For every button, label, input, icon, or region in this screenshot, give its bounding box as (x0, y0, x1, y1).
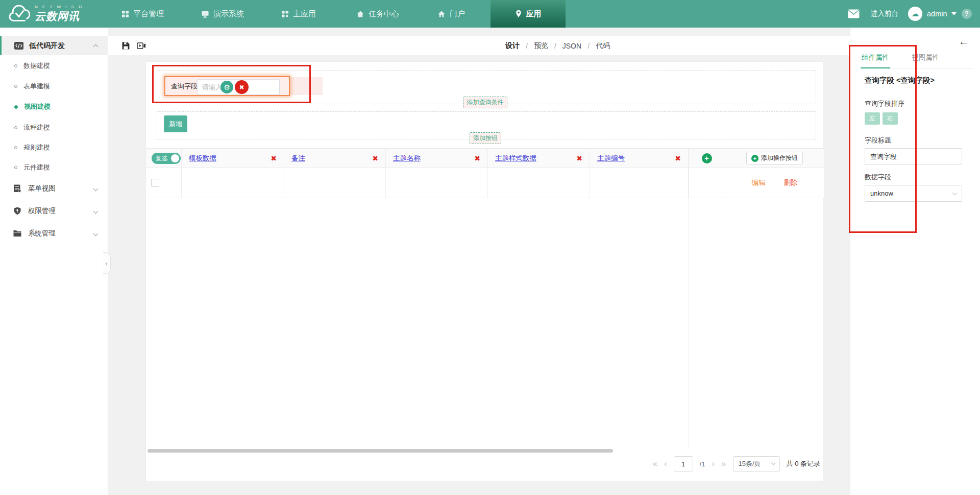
tab-code[interactable]: 代码 (596, 41, 610, 51)
edit-row-button[interactable]: 编辑 (752, 178, 766, 187)
avatar-cloud-icon: ☁ (912, 9, 919, 18)
tab-json[interactable]: JSON (562, 42, 581, 50)
username[interactable]: admin (927, 10, 947, 18)
nav-label: 任务中心 (369, 9, 399, 19)
chevron-down-icon (952, 191, 958, 196)
delete-column-icon[interactable]: ✖ (675, 154, 681, 162)
tab-component-properties[interactable]: 组件属性 (861, 51, 890, 68)
widget-delete-button[interactable]: ✖ (235, 80, 249, 94)
save-icon[interactable] (121, 41, 130, 50)
nav-item-application[interactable]: 应用 (491, 0, 566, 28)
chevron-down-icon (93, 208, 99, 214)
sort-label: 查询字段排序 (865, 99, 904, 108)
chevron-up-icon (93, 44, 99, 50)
sidebar-section-system-mgmt[interactable]: 系统管理 (0, 223, 108, 244)
widget-settings-button[interactable]: ⚙ (220, 81, 233, 93)
delete-column-icon[interactable]: ✖ (576, 154, 582, 162)
nav-item-task-center[interactable]: 任务中心 (356, 0, 399, 28)
home-icon (356, 10, 364, 18)
row-checkbox[interactable] (151, 179, 159, 187)
column-link[interactable]: 备注 (291, 154, 305, 163)
cloud-logo-icon (7, 3, 31, 25)
multi-select-toggle[interactable]: 复选 (152, 153, 181, 164)
mail-icon[interactable] (848, 9, 860, 18)
sidebar-collapse-handle[interactable]: ‹ (103, 252, 111, 274)
nav-item-platform-mgmt[interactable]: 平台管理 (121, 0, 164, 28)
design-canvas-area: 设计 / 预览 / JSON / 代码 查询字段 ⚙ ✖ 添加查询条件 新增 添… (108, 28, 850, 495)
field-title-input[interactable] (865, 148, 962, 165)
tab-design[interactable]: 设计 (505, 41, 520, 51)
enter-frontend-link[interactable]: 进入前台 (871, 0, 898, 28)
last-page-button[interactable]: » (721, 456, 726, 472)
page-size-select[interactable]: 15条/页 (733, 456, 780, 472)
video-preview-icon[interactable] (137, 41, 146, 50)
fixed-column-divider (689, 148, 689, 449)
nav-item-demo-system[interactable]: 演示系统 (201, 0, 244, 28)
nav-item-portal[interactable]: 门户 (437, 0, 465, 28)
column-link[interactable]: 主题样式数据 (495, 154, 536, 163)
nav-item-main-app[interactable]: 主应用 (281, 0, 316, 28)
properties-panel: ← 组件属性 视图属性 查询字段 <查询字段> 查询字段排序 左 右 字段标题 … (850, 28, 980, 495)
help-icon[interactable]: ? (962, 9, 972, 19)
header-cell-actions: + 添加操作按钮 (725, 149, 824, 168)
page-number-input[interactable] (674, 456, 693, 472)
home-icon (437, 10, 446, 18)
total-pages-label: /1 (700, 460, 705, 468)
sidebar-group-lowcode[interactable]: 低代码开发 (0, 36, 108, 55)
designer-toolbar: 设计 / 预览 / JSON / 代码 (108, 36, 850, 55)
add-button-button[interactable]: 添加按钮 (470, 132, 501, 144)
next-page-button[interactable]: › (712, 456, 715, 472)
grid-icon (121, 10, 129, 18)
help-area: ? (962, 0, 972, 28)
navbar-right-cluster (848, 0, 860, 28)
prev-page-button[interactable]: ‹ (664, 456, 667, 472)
add-query-condition-button[interactable]: 添加查询条件 (463, 97, 507, 108)
header-cell-theme-number: 主题编号 ✖ (590, 149, 689, 168)
delete-column-icon[interactable]: ✖ (271, 154, 277, 162)
tab-view-properties[interactable]: 视图属性 (911, 51, 940, 68)
brand-name-en: N E T W I S D (35, 5, 83, 9)
nav-label: 门户 (450, 9, 465, 19)
tab-preview[interactable]: 预览 (534, 41, 548, 51)
new-button[interactable]: 新增 (164, 115, 187, 132)
query-field-widget[interactable]: 查询字段 ⚙ ✖ (164, 76, 290, 96)
user-avatar[interactable]: ☁ (908, 7, 922, 21)
sidebar-section-permission-mgmt[interactable]: 权限管理 (0, 201, 108, 221)
column-link[interactable]: 模板数据 (189, 154, 216, 163)
row-cell (284, 168, 386, 198)
sidebar-item-form-modeling[interactable]: 表单建模 (0, 76, 108, 97)
sidebar-item-component-modeling[interactable]: 元件建模 (0, 157, 108, 178)
monitor-icon (201, 10, 209, 18)
brand-logo[interactable]: N E T W I S D 云数网讯 (7, 3, 83, 25)
header-cell-remark: 备注 ✖ (284, 149, 386, 168)
add-column-button[interactable]: + (702, 153, 712, 163)
delete-row-button[interactable]: 删除 (784, 178, 798, 187)
sidebar-item-process-modeling[interactable]: 流程建模 (0, 117, 108, 138)
bullet-icon (14, 64, 17, 67)
plus-icon: + (704, 154, 709, 162)
sidebar-section-menu-view[interactable]: 菜单视图 (0, 178, 108, 199)
data-field-select[interactable]: unknow (865, 185, 962, 202)
add-action-button[interactable]: + 添加操作按钮 (746, 152, 803, 164)
user-dropdown-caret-icon[interactable] (951, 12, 957, 15)
row-cell-select (146, 168, 182, 198)
table-row: 编辑 删除 (146, 168, 824, 198)
horizontal-scrollbar[interactable] (148, 449, 613, 453)
delete-column-icon[interactable]: ✖ (474, 154, 480, 162)
sidebar-item-rule-modeling[interactable]: 规则建模 (0, 137, 108, 158)
column-link[interactable]: 主题名称 (393, 154, 421, 163)
sort-left-button[interactable]: 左 (865, 112, 880, 125)
delete-column-icon[interactable]: ✖ (372, 154, 378, 162)
row-cell (689, 168, 725, 198)
plus-circle-icon: + (751, 155, 758, 162)
table-header-row: 复选 模板数据 ✖ 备注 ✖ 主题名称 ✖ 主题样式数据 ✖ 主题编号 (146, 148, 824, 168)
chevron-down-icon (93, 186, 99, 191)
back-arrow-icon[interactable]: ← (959, 36, 969, 48)
first-page-button[interactable]: « (652, 456, 657, 472)
sidebar-item-view-modeling[interactable]: 视图建模 (0, 97, 108, 117)
sidebar-item-data-modeling[interactable]: 数据建模 (0, 56, 108, 76)
sort-right-button[interactable]: 右 (883, 112, 898, 125)
top-navbar: N E T W I S D 云数网讯 平台管理 演示系统 主应用 任务中心 门户… (0, 0, 980, 28)
design-card: 查询字段 ⚙ ✖ 添加查询条件 新增 添加按钮 复选 模板数据 ✖ 备注 (145, 61, 823, 481)
column-link[interactable]: 主题编号 (597, 154, 625, 163)
